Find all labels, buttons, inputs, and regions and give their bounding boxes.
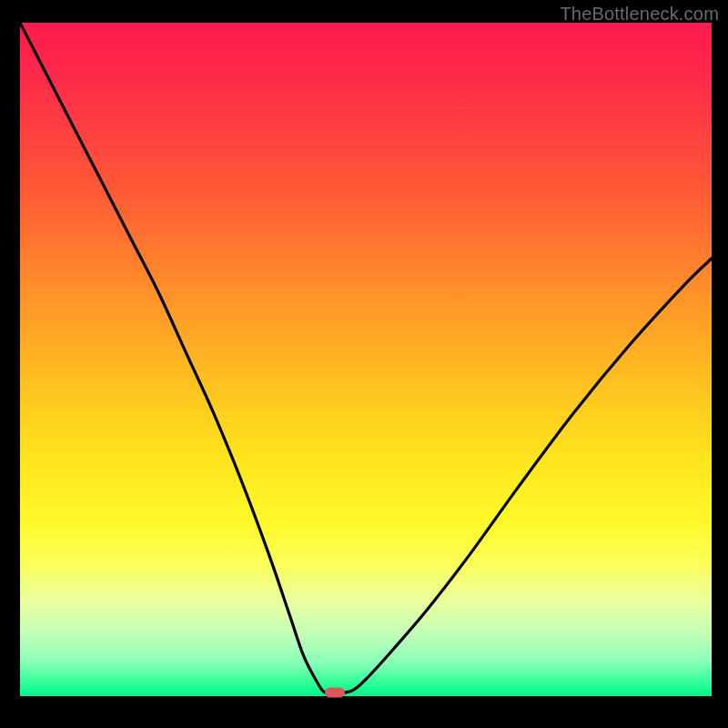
plot-area	[20, 23, 712, 696]
chart-frame: TheBottleneck.com	[0, 0, 728, 728]
bottleneck-curve	[20, 23, 712, 693]
watermark-text: TheBottleneck.com	[560, 4, 719, 25]
curve-svg	[20, 23, 712, 696]
bottleneck-marker	[325, 688, 345, 698]
